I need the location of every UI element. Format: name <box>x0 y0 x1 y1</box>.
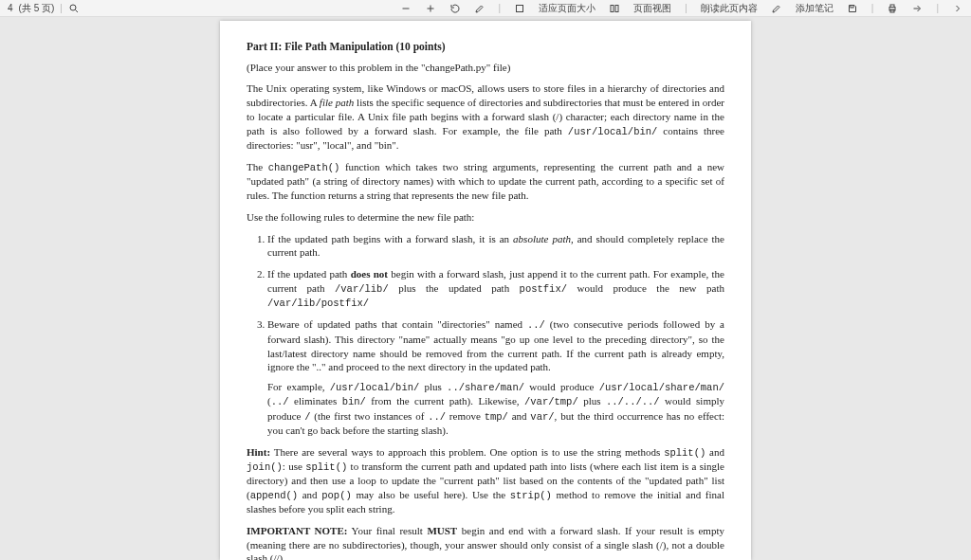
code: /var/lib/postfix/ <box>267 298 369 309</box>
code: ../../../ <box>606 396 660 407</box>
separator: | <box>871 3 874 13</box>
separator: | <box>499 3 502 13</box>
text-bold: does not <box>351 268 388 280</box>
text: from the current path). Likewise, <box>366 395 524 406</box>
text: plus the updated path <box>389 282 520 294</box>
text: : use <box>283 461 305 472</box>
text-bold: IMPORTANT NOTE: <box>247 525 347 536</box>
page-view-icon[interactable] <box>609 3 620 14</box>
svg-line-1 <box>75 9 78 12</box>
code: /usr/local/bin/ <box>330 382 420 393</box>
fit-page-label[interactable]: 适应页面大小 <box>539 2 595 15</box>
zoom-out-icon[interactable] <box>400 3 412 14</box>
code: tmp/ <box>485 411 508 423</box>
svg-rect-6 <box>611 5 614 11</box>
text: and <box>508 410 530 422</box>
code: split() <box>664 447 705 459</box>
rule-1: If the updated path begins with a forwar… <box>267 232 724 261</box>
code: strip() <box>510 490 552 501</box>
print-icon[interactable] <box>887 3 898 14</box>
svg-rect-5 <box>517 5 523 11</box>
separator: | <box>60 3 63 13</box>
viewer-toolbar: 4 (共 5 页) | | 适应页面大小 页面视图 | 朗读此页内容 添加笔记 … <box>0 0 971 17</box>
code: ../ <box>527 319 545 331</box>
zoom-in-icon[interactable] <box>425 3 436 14</box>
svg-rect-7 <box>615 5 618 11</box>
save-icon[interactable] <box>847 3 858 14</box>
section-heading: Part II: File Path Manipulation (10 poin… <box>247 40 724 55</box>
text-bold: MUST <box>427 525 457 536</box>
page-view-label[interactable]: 页面视图 <box>633 2 671 15</box>
code: /var/tmp/ <box>524 396 578 407</box>
more-icon[interactable] <box>952 3 963 14</box>
code: /usr/local/share/man/ <box>599 382 724 393</box>
text: There are several ways to approach this … <box>270 446 664 458</box>
text: plus <box>578 395 606 406</box>
text: (the first two instances of <box>311 410 429 422</box>
rule-3-example: For example, /usr/local/bin/ plus ../sha… <box>267 380 724 437</box>
svg-rect-10 <box>890 5 894 8</box>
text: and <box>705 446 724 458</box>
text-italic: absolute path <box>513 233 571 244</box>
rule-2: If the updated path does not begin with … <box>267 267 724 310</box>
code: split() <box>305 461 347 473</box>
text: eliminates <box>289 395 342 406</box>
text: If the updated path begins with a forwar… <box>267 233 513 244</box>
paragraph-1: The Unix operating system, like Windows … <box>247 81 724 153</box>
paragraph-2: The changePath() function which takes tw… <box>247 160 724 203</box>
text: may also be useful here). Use the <box>352 489 510 500</box>
text: The <box>247 161 268 172</box>
rule-3: Beware of updated paths that contain "di… <box>267 317 724 437</box>
read-aloud-label[interactable]: 朗读此页内容 <box>701 2 758 15</box>
code: ../ <box>271 396 289 407</box>
instruction-line: (Place your answer to this problem in th… <box>247 61 724 75</box>
document-page: Part II: File Path Manipulation (10 poin… <box>220 21 751 560</box>
text: would produce the new path <box>567 282 724 294</box>
code: var/ <box>530 411 554 423</box>
share-icon[interactable] <box>911 3 923 14</box>
code: pop() <box>321 490 352 501</box>
text-italic: file path <box>320 97 354 108</box>
important-note: IMPORTANT NOTE: Your final result MUST b… <box>247 524 724 560</box>
text: remove <box>446 410 485 422</box>
note-icon[interactable] <box>771 3 782 14</box>
svg-rect-8 <box>851 5 853 8</box>
code: postfix/ <box>520 283 567 295</box>
hint-paragraph: Hint: There are several ways to approach… <box>247 445 724 516</box>
rules-list: If the updated path begins with a forwar… <box>267 232 724 438</box>
code: changePath() <box>268 162 340 173</box>
text: If the updated path <box>267 268 351 280</box>
text: Your final result <box>347 525 427 536</box>
text: and <box>298 489 321 500</box>
document-viewport[interactable]: Part II: File Path Manipulation (10 poin… <box>0 17 971 560</box>
separator: | <box>685 3 687 13</box>
search-icon[interactable] <box>68 3 80 14</box>
code: append() <box>250 490 298 501</box>
separator: | <box>936 3 939 13</box>
code: /usr/local/bin/ <box>568 126 658 137</box>
code: bin/ <box>342 396 366 407</box>
code: /var/lib/ <box>335 283 389 295</box>
text: For example, <box>267 381 330 392</box>
text: would produce <box>524 381 599 392</box>
code: join() <box>247 461 283 473</box>
text: plus <box>419 381 447 392</box>
add-note-label[interactable]: 添加笔记 <box>796 2 834 15</box>
page-total: (共 5 页) <box>19 2 55 15</box>
code: ../ <box>428 411 446 423</box>
fit-page-icon[interactable] <box>514 3 525 14</box>
page-number[interactable]: 4 <box>8 3 13 13</box>
code: ../share/man/ <box>447 382 524 393</box>
text-bold: Hint: <box>247 446 270 458</box>
rotate-icon[interactable] <box>449 3 461 14</box>
text: Beware of updated paths that contain "di… <box>267 318 527 330</box>
edit-icon[interactable] <box>474 3 486 14</box>
svg-point-0 <box>70 5 76 10</box>
rules-intro: Use the following rules to determine the… <box>247 210 724 225</box>
